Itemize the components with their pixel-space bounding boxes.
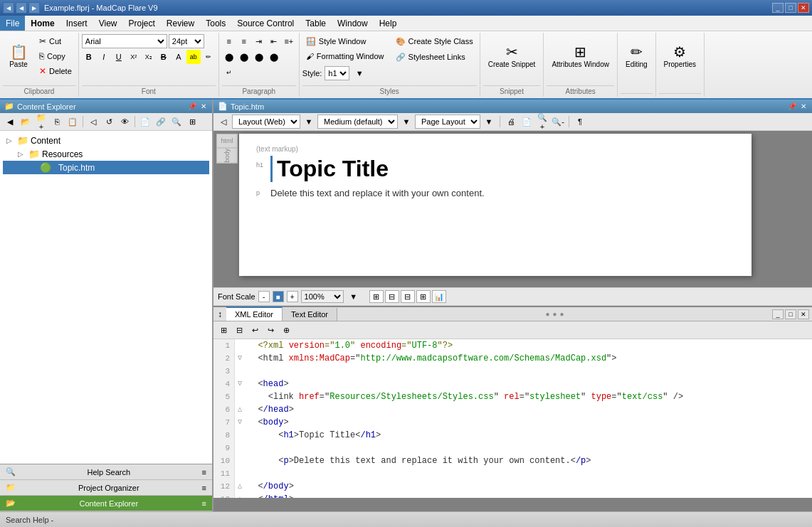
menu-file[interactable]: File xyxy=(0,16,25,31)
menu-insert[interactable]: Insert xyxy=(60,16,93,31)
panel-close-button[interactable]: ✕ xyxy=(199,102,208,110)
toolbar-expand-button[interactable]: ⊞ xyxy=(185,115,199,129)
toolbar-explore-button[interactable]: 🔍 xyxy=(169,115,184,129)
align-right-button[interactable]: ⬤ xyxy=(252,50,266,64)
toolbar-open-doc-button[interactable]: 📄 xyxy=(138,115,152,129)
xml-close-button[interactable]: ✕ xyxy=(798,309,809,319)
document-page[interactable]: (text markup) h1 Topic Title p Delete th… xyxy=(239,134,752,276)
xml-toolbar-btn2[interactable]: ⊟ xyxy=(232,323,246,337)
menu-home[interactable]: Home xyxy=(25,16,60,31)
project-organizer-panel[interactable]: 📁 Project Organizer ≡ xyxy=(0,480,212,496)
create-snippet-button[interactable]: ✂ Create Snippet xyxy=(483,34,541,78)
toolbar-new-folder-button[interactable]: 📁+ xyxy=(34,115,48,129)
view-chart-button[interactable]: 📊 xyxy=(432,290,446,303)
list-indent-button[interactable]: ⇥ xyxy=(252,34,266,48)
scale-increase-button[interactable]: + xyxy=(287,291,298,302)
tree-item-resources[interactable]: ▷ 📁 Resources xyxy=(3,147,209,161)
code-line[interactable]: 10 <p>Delete this text and replace it wi… xyxy=(213,454,812,467)
medium-select[interactable]: Medium (default) xyxy=(317,115,398,129)
toolbar-nav-back[interactable]: ◁ xyxy=(86,115,100,129)
line-arrow[interactable]: ▽ xyxy=(235,378,245,390)
nav-back[interactable]: ◀ xyxy=(16,2,27,14)
topic-title-text[interactable]: Topic Title xyxy=(270,156,389,182)
minimize-button[interactable]: _ xyxy=(772,3,784,13)
align-center-button[interactable]: ⬤ xyxy=(237,50,251,64)
editing-button[interactable]: ✏ Editing xyxy=(621,34,653,78)
code-line[interactable]: 8 <h1>Topic Title</h1> xyxy=(213,429,812,442)
view-rows-button[interactable]: ⊟ xyxy=(401,290,415,303)
nav-fwd[interactable]: ▶ xyxy=(28,2,40,14)
menu-review[interactable]: Review xyxy=(161,16,200,31)
scale-dropdown-button[interactable]: ▼ xyxy=(347,289,361,304)
copy-button[interactable]: ⎘ Copy xyxy=(36,49,75,63)
code-line[interactable]: 13△ </html> xyxy=(213,493,812,498)
toolbar-copy-button[interactable]: ⎘ xyxy=(50,115,64,129)
underline-button[interactable]: U xyxy=(112,50,126,64)
menu-view[interactable]: View xyxy=(93,16,123,31)
menu-table[interactable]: Table xyxy=(300,16,332,31)
close-button[interactable]: ✕ xyxy=(798,3,809,13)
style-dropdown-button[interactable]: ▼ xyxy=(352,66,367,80)
toolbar-paste-button[interactable]: 📋 xyxy=(65,115,80,129)
xml-minimize-button[interactable]: _ xyxy=(772,309,784,319)
toolbar-open-button[interactable]: 📂 xyxy=(19,115,33,129)
tree-item-topic[interactable]: 🟢 Topic.htm xyxy=(3,161,209,174)
scale-select[interactable]: 100% xyxy=(301,290,344,303)
show-markers-button[interactable]: ¶ xyxy=(573,115,587,129)
line-arrow[interactable]: △ xyxy=(235,403,245,416)
xml-toolbar-btn3[interactable]: ↩ xyxy=(248,323,262,337)
medium-dropdown-button[interactable]: ▼ xyxy=(399,115,413,129)
list-unordered-button[interactable]: ≡ xyxy=(222,34,236,48)
toolbar-link-button[interactable]: 🔗 xyxy=(154,115,168,129)
page-layout-select[interactable]: Page Layout xyxy=(415,115,480,129)
document-area[interactable]: html body (text markup) h1 Topic Title p… xyxy=(213,131,812,287)
scale-decrease-button[interactable]: - xyxy=(258,291,270,302)
line-arrow[interactable]: △ xyxy=(235,480,245,493)
code-line[interactable]: 7▽ <body> xyxy=(213,416,812,429)
code-line[interactable]: 4▽ <head> xyxy=(213,378,812,390)
editor-back-button[interactable]: ◁ xyxy=(216,115,231,129)
toolbar-refresh-button[interactable]: ↺ xyxy=(102,115,116,129)
list-outdent-button[interactable]: ⇤ xyxy=(267,34,281,48)
list-more-button[interactable]: ≡+ xyxy=(282,34,296,48)
topic-body-text[interactable]: Delete this text and replace it with you… xyxy=(270,188,485,198)
code-line[interactable]: 11 xyxy=(213,467,812,480)
help-search-panel[interactable]: 🔍 Help Search ≡ xyxy=(0,464,212,480)
menu-source-control[interactable]: Source Control xyxy=(231,16,300,31)
tab-arrow[interactable]: ↕ xyxy=(213,309,226,319)
code-line[interactable]: 5 <link href="Resources/Stylesheets/Styl… xyxy=(213,390,812,403)
code-line[interactable]: 2▽ <html xmlns:MadCap="http://www.madcap… xyxy=(213,352,812,365)
panel-pin-button[interactable]: 📌 xyxy=(186,102,198,110)
layout-select[interactable]: Layout (Web) xyxy=(232,115,300,129)
tab-xml-editor[interactable]: XML Editor xyxy=(226,307,283,321)
view-columns-button[interactable]: ⊟ xyxy=(385,290,399,303)
menu-window[interactable]: Window xyxy=(332,16,374,31)
xml-toolbar-btn5[interactable]: ⊕ xyxy=(279,323,293,337)
highlight-button[interactable]: ab xyxy=(186,50,201,64)
view-table-button[interactable]: ⊞ xyxy=(416,290,431,303)
code-line[interactable]: 6△ </head> xyxy=(213,403,812,416)
tree-item-content[interactable]: ▷ 📁 Content xyxy=(3,134,209,147)
editor-pin-button[interactable]: 📌 xyxy=(786,102,798,110)
style-window-button[interactable]: 🪟 Style Window xyxy=(302,34,388,48)
editor-close-button[interactable]: ✕ xyxy=(799,102,808,110)
tree-toggle-resources[interactable]: ▷ xyxy=(18,150,26,158)
clear-format-button[interactable]: ✏ xyxy=(201,50,216,64)
zoom-out-button[interactable]: 🔍- xyxy=(551,115,565,129)
code-line[interactable]: 9 xyxy=(213,442,812,454)
xml-code-area[interactable]: 1 <?xml version="1.0" encoding="UTF-8"?>… xyxy=(213,339,812,498)
font-size-select[interactable]: 24pt xyxy=(169,34,204,48)
cut-button[interactable]: ✂ Cut xyxy=(36,34,75,48)
delete-button[interactable]: ✕ Delete xyxy=(36,64,75,78)
xml-restore-button[interactable]: □ xyxy=(785,309,796,319)
create-style-class-button[interactable]: 🎨 Create Style Class xyxy=(392,34,477,48)
code-line[interactable]: 3 xyxy=(213,365,812,378)
maximize-button[interactable]: □ xyxy=(785,3,796,13)
xml-toolbar-btn1[interactable]: ⊞ xyxy=(216,323,231,337)
strikethrough-button[interactable]: B xyxy=(157,50,171,64)
line-arrow[interactable]: △ xyxy=(235,493,245,498)
view-grid-button[interactable]: ⊞ xyxy=(369,290,384,303)
properties-button[interactable]: ⚙ Properties xyxy=(659,34,702,78)
page-layout-dropdown-button[interactable]: ▼ xyxy=(482,115,496,129)
paste-button[interactable]: 📋 Paste xyxy=(3,34,34,78)
